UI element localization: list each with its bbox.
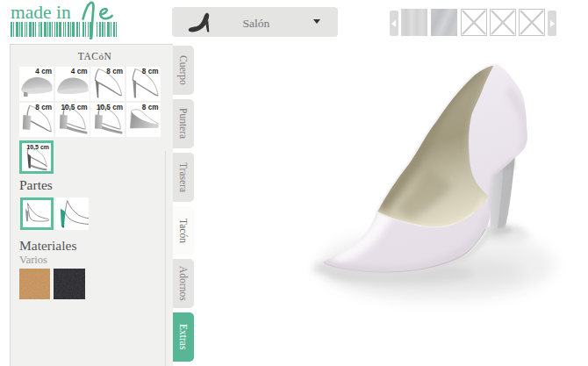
svg-text:made in: made in: [11, 2, 71, 23]
